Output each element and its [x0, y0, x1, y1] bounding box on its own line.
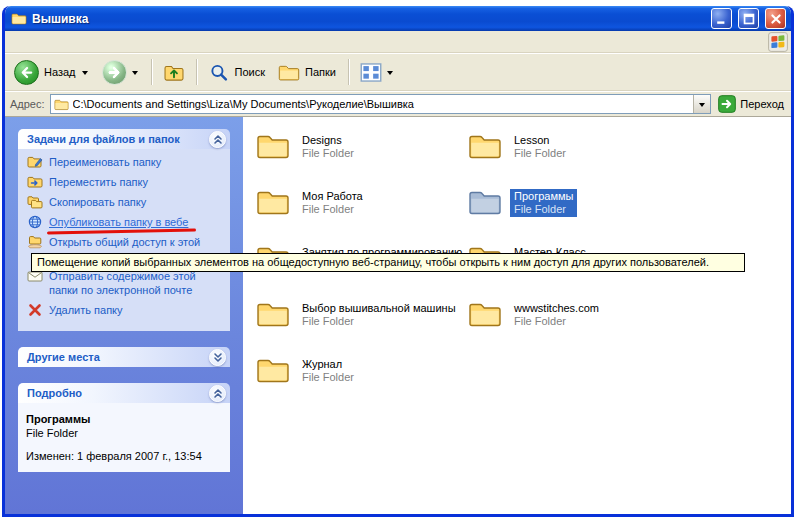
file-tile[interactable]: wwwstitches.com File Folder: [468, 297, 680, 353]
address-input[interactable]: C:\Documents and Settings\Liza\My Docume…: [50, 94, 712, 114]
file-name: Выбор вышивальной машины: [302, 302, 456, 315]
file-tile[interactable]: Выбор вышивальной машины File Folder: [256, 297, 468, 353]
file-tile-text: Выбор вышивальной машины File Folder: [298, 301, 460, 329]
forward-dropdown-arrow-icon[interactable]: [131, 68, 140, 77]
details-header[interactable]: Подробно: [18, 383, 230, 403]
file-name: Designs: [302, 134, 354, 147]
expand-button[interactable]: [209, 349, 226, 366]
back-dropdown-arrow-icon[interactable]: [81, 68, 90, 77]
file-tasks-title: Задачи для файлов и папок: [27, 133, 180, 145]
task-label: Скопировать папку: [49, 195, 146, 209]
folder-selected-icon: [468, 188, 502, 216]
move-folder-icon: [27, 175, 43, 189]
file-tile-text: Программы File Folder: [510, 189, 577, 217]
window-folder-icon: [11, 12, 27, 26]
file-tile[interactable]: Моя Работа File Folder: [256, 185, 468, 241]
file-type: File Folder: [514, 315, 599, 328]
back-arrow-icon: [14, 60, 39, 85]
toolbar-separator: [151, 59, 152, 85]
file-name: Моя Работа: [302, 190, 363, 203]
file-type: File Folder: [302, 315, 456, 328]
task-label: Переименовать папку: [49, 155, 161, 169]
up-button[interactable]: [158, 60, 190, 85]
other-places-header[interactable]: Другие места: [18, 347, 230, 367]
forward-arrow-icon: [102, 60, 127, 85]
file-name: Lesson: [514, 134, 566, 147]
go-button[interactable]: Переход: [716, 95, 786, 113]
views-dropdown-arrow-icon[interactable]: [386, 68, 395, 77]
folders-button[interactable]: Папки: [273, 60, 342, 85]
task-label: Опубликовать папку в вебе: [49, 215, 188, 229]
file-tile[interactable]: Designs File Folder: [256, 129, 468, 185]
other-places-title: Другие места: [27, 351, 100, 363]
windows-logo-icon: [768, 32, 788, 52]
file-tile[interactable]: Lesson File Folder: [468, 129, 680, 185]
rename-folder-icon: [27, 155, 43, 169]
minimize-button[interactable]: [711, 8, 732, 29]
file-type: File Folder: [302, 371, 354, 384]
delete-folder-icon: [27, 303, 43, 317]
folders-icon: [278, 63, 300, 82]
panel-other-places: Другие места: [18, 347, 230, 367]
address-path: C:\Documents and Settings\Liza\My Docume…: [73, 98, 690, 110]
titlebar[interactable]: Вышивка: [5, 6, 791, 31]
details-item-modified: Изменен: 1 февраля 2007 г., 13:54: [26, 449, 222, 463]
close-button[interactable]: [765, 8, 786, 29]
folder-icon: [468, 300, 502, 328]
search-label: Поиск: [234, 66, 266, 78]
task-link[interactable]: Удалить папку: [27, 303, 224, 317]
back-button[interactable]: Назад: [9, 57, 95, 88]
file-type: File Folder: [302, 147, 354, 160]
file-tile[interactable]: Журнал File Folder: [256, 353, 468, 409]
up-folder-icon: [163, 63, 185, 82]
task-link[interactable]: Опубликовать папку в вебе: [27, 215, 224, 229]
file-tasks-list: Переименовать папку Переместить папку Ск…: [18, 149, 230, 331]
search-icon: [208, 63, 230, 82]
maximize-button[interactable]: [738, 8, 759, 29]
file-tasks-header[interactable]: Задачи для файлов и папок: [18, 129, 230, 149]
panel-file-tasks: Задачи для файлов и папок Переименовать …: [18, 129, 230, 331]
forward-button[interactable]: [97, 57, 145, 88]
file-tile-text: Lesson File Folder: [510, 133, 570, 161]
task-link[interactable]: Переименовать папку: [27, 155, 224, 169]
views-icon: [360, 63, 382, 82]
task-link[interactable]: Переместить папку: [27, 175, 224, 189]
menu-bar: [5, 31, 791, 53]
task-link[interactable]: Скопировать папку: [27, 195, 224, 209]
file-name: wwwstitches.com: [514, 302, 599, 315]
address-label: Адрес:: [10, 98, 45, 110]
address-folder-icon: [54, 98, 69, 111]
file-tile-text: wwwstitches.com File Folder: [510, 301, 603, 329]
file-name: Программы: [514, 190, 573, 203]
folder-icon: [256, 300, 290, 328]
go-arrow-icon: [718, 95, 736, 113]
folders-label: Папки: [304, 66, 337, 78]
folder-icon: [256, 356, 290, 384]
folder-icon: [256, 188, 290, 216]
task-pane: Задачи для файлов и папок Переименовать …: [5, 117, 243, 514]
collapse-button[interactable]: [209, 385, 226, 402]
file-view: Designs File Folder Lesson File Folder М…: [243, 117, 791, 514]
toolbar-separator: [196, 59, 197, 85]
address-bar: Адрес: C:\Documents and Settings\Liza\My…: [5, 91, 791, 117]
file-tile[interactable]: Программы File Folder: [468, 185, 680, 241]
publish-folder-icon: [27, 215, 43, 229]
search-button[interactable]: Поиск: [203, 60, 271, 85]
address-dropdown-button[interactable]: [693, 95, 710, 113]
explorer-window: Вышивка Назад Поиск Папки: [2, 6, 794, 517]
content-area: Задачи для файлов и папок Переименовать …: [5, 117, 791, 514]
folder-icon: [256, 132, 290, 160]
task-label: Удалить папку: [49, 303, 123, 317]
task-label: Переместить папку: [49, 175, 148, 189]
details-item-name: Программы: [26, 412, 222, 426]
details-body: Программы File Folder Изменен: 1 февраля…: [18, 403, 230, 472]
panel-details: Подробно Программы File Folder Изменен: …: [18, 383, 230, 472]
file-type: File Folder: [302, 203, 363, 216]
file-tile-text: Моя Работа File Folder: [298, 189, 367, 217]
share-folder-icon: [27, 235, 43, 249]
task-link[interactable]: Отправить содержимое этой папки по элект…: [27, 269, 224, 297]
back-label: Назад: [43, 66, 77, 78]
task-label: Отправить содержимое этой папки по элект…: [49, 269, 224, 297]
views-button[interactable]: [355, 60, 400, 85]
collapse-button[interactable]: [209, 131, 226, 148]
